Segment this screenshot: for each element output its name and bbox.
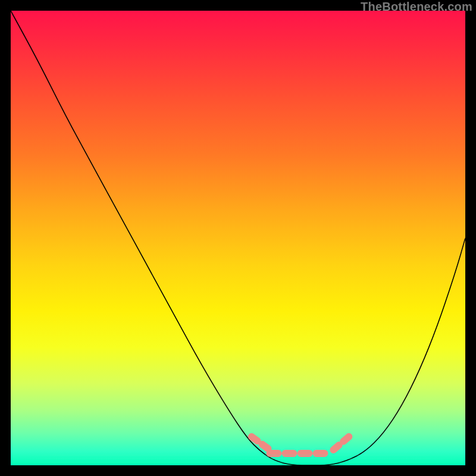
canvas-frame: TheBottleneck.com <box>0 0 476 476</box>
gradient-band-icon <box>11 458 465 459</box>
plot-area <box>11 11 465 465</box>
gradient-band-icon <box>11 462 465 463</box>
bottleneck-curve <box>11 11 465 465</box>
watermark-text: TheBottleneck.com <box>361 0 472 14</box>
svg-line-2 <box>333 434 352 450</box>
highlight-region <box>252 434 352 453</box>
gradient-band-icon <box>11 455 465 456</box>
svg-line-1 <box>252 437 270 450</box>
chart-svg <box>11 11 465 465</box>
